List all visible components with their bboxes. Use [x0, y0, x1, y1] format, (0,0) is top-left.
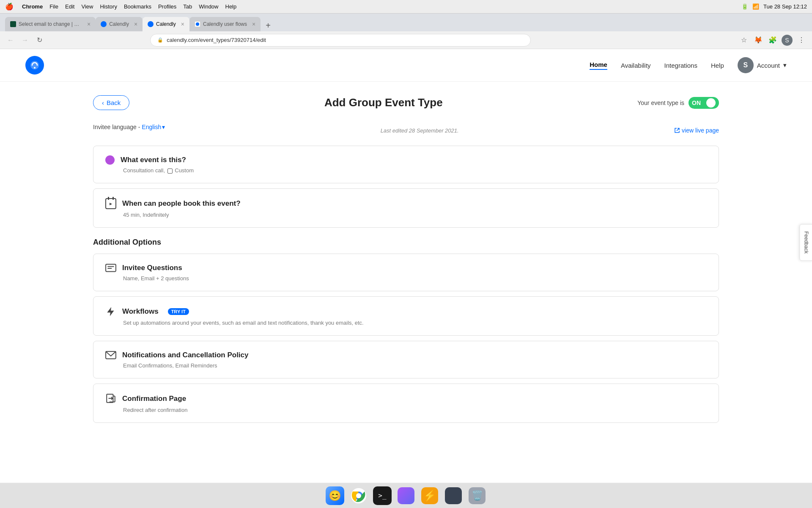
- tab-title-calendly1: Calendly: [109, 21, 129, 27]
- menu-help[interactable]: Help: [225, 3, 237, 10]
- tab-bar: Select email to change | Djang… × Calend…: [0, 14, 812, 31]
- tab-django[interactable]: Select email to change | Djang… ×: [5, 17, 96, 31]
- account-chevron-icon: ▾: [783, 61, 787, 69]
- tab-favicon-django: [10, 21, 16, 27]
- tab-user-flows[interactable]: Calendly user flows ×: [189, 17, 261, 31]
- logo[interactable]: [25, 56, 44, 75]
- section-what-event[interactable]: What event is this? Consultation call, C…: [93, 146, 719, 183]
- dock-app2[interactable]: [444, 486, 463, 505]
- event-type-icon: [105, 155, 115, 165]
- dock-app1[interactable]: [397, 486, 415, 505]
- nav-links: Home Availability Integrations Help S Ac…: [590, 57, 787, 73]
- menu-tab[interactable]: Tab: [183, 3, 192, 10]
- tab-close-calendly1[interactable]: ×: [134, 21, 137, 28]
- url-bar[interactable]: 🔒 calendly.com/event_types/73920714/edit: [150, 34, 531, 47]
- dock-lightning[interactable]: ⚡: [420, 486, 439, 505]
- tab-close-django[interactable]: ×: [87, 21, 91, 28]
- browser-chrome: Select email to change | Djang… × Calend…: [0, 14, 812, 49]
- svg-point-9: [356, 493, 361, 498]
- external-link-icon: [674, 127, 680, 133]
- lock-icon: 🔒: [157, 37, 163, 43]
- try-it-badge: TRY IT: [168, 308, 189, 315]
- menu-file[interactable]: File: [49, 3, 58, 10]
- section-subtitle-when-book: 45 min, Indefinitely: [123, 212, 707, 218]
- section-header-workflows: Workflows TRY IT: [105, 306, 707, 317]
- bookmark-icon[interactable]: ☆: [738, 35, 749, 46]
- section-when-book[interactable]: ▶ When can people book this event? 45 mi…: [93, 188, 719, 228]
- page-title: Add Group Event Type: [129, 96, 637, 109]
- section-invitee-questions[interactable]: Invitee Questions Name, Email + 2 questi…: [93, 254, 719, 291]
- tab-favicon-userflows: [195, 21, 200, 27]
- svg-rect-1: [106, 264, 116, 271]
- section-confirmation[interactable]: Confirmation Page Redirect after confirm…: [93, 384, 719, 423]
- additional-options-heading: Additional Options: [93, 238, 719, 247]
- back-chevron-icon: ‹: [102, 99, 104, 106]
- language-value: English: [142, 124, 161, 130]
- forward-nav-button[interactable]: →: [19, 35, 30, 46]
- apple-logo[interactable]: 🍎: [5, 3, 14, 11]
- back-nav-button[interactable]: ←: [5, 35, 16, 46]
- dock: 😊 >_ ⚡ 🗑️: [0, 483, 812, 508]
- menu-view[interactable]: View: [81, 3, 93, 10]
- tab-favicon-calendly2: [148, 21, 154, 27]
- menu-window[interactable]: Window: [199, 3, 218, 10]
- tab-favicon-calendly1: [101, 21, 107, 27]
- section-title-when-book: When can people book this event?: [122, 199, 241, 208]
- reload-button[interactable]: ↻: [34, 35, 45, 46]
- section-workflows[interactable]: Workflows TRY IT Set up automations arou…: [93, 296, 719, 336]
- view-live-link[interactable]: view live page: [674, 127, 719, 134]
- nav-availability[interactable]: Availability: [621, 62, 651, 69]
- nav-help[interactable]: Help: [711, 62, 724, 69]
- tab-close-calendly2[interactable]: ×: [181, 21, 184, 28]
- event-toggle-area: Your event type is ON: [637, 97, 719, 109]
- dock-terminal[interactable]: >_: [373, 486, 392, 505]
- section-subtitle-what-event: Consultation call, Custom: [123, 167, 707, 174]
- nav-home[interactable]: Home: [590, 61, 607, 70]
- section-subtitle-notifications: Email Confirmations, Email Reminders: [123, 362, 707, 369]
- menu-edit[interactable]: Edit: [65, 3, 74, 10]
- page-body: ‹ Back Add Group Event Type Your event t…: [0, 82, 812, 442]
- event-type-toggle[interactable]: ON: [689, 97, 719, 109]
- extension-icon-fox[interactable]: 🦊: [753, 35, 764, 46]
- account-avatar: S: [738, 57, 754, 73]
- url-text: calendly.com/event_types/73920714/edit: [167, 37, 524, 43]
- section-title-notifications: Notifications and Cancellation Policy: [122, 351, 249, 359]
- site-header: Home Availability Integrations Help S Ac…: [0, 49, 812, 82]
- tab-title-userflows: Calendly user flows: [203, 21, 247, 27]
- language-chevron-icon: ▾: [162, 124, 165, 130]
- dock-chrome[interactable]: [349, 486, 368, 505]
- dock-finder[interactable]: 😊: [326, 486, 344, 505]
- tab-calendly-1[interactable]: Calendly ×: [96, 17, 143, 31]
- invitee-language-row: Invitee language - English ▾: [93, 124, 165, 130]
- menu-bookmarks[interactable]: Bookmarks: [124, 3, 151, 10]
- section-notifications[interactable]: Notifications and Cancellation Policy Em…: [93, 341, 719, 378]
- menu-profiles[interactable]: Profiles: [158, 3, 176, 10]
- feedback-tab[interactable]: Feedback: [800, 224, 812, 261]
- back-button[interactable]: ‹ Back: [93, 95, 129, 110]
- tab-calendly-2[interactable]: Calendly ×: [143, 17, 189, 31]
- menu-icon[interactable]: ⋮: [796, 35, 807, 46]
- battery-icon: 🔋: [741, 3, 748, 10]
- checkbox-icon: [167, 168, 173, 174]
- menu-history[interactable]: History: [100, 3, 117, 10]
- profile-icon[interactable]: S: [782, 35, 793, 46]
- back-label: Back: [107, 99, 121, 106]
- menu-chrome[interactable]: Chrome: [22, 3, 43, 10]
- new-tab-button[interactable]: +: [262, 19, 274, 31]
- invitee-language-selector[interactable]: English ▾: [142, 124, 165, 130]
- section-header-when-book: ▶ When can people book this event?: [105, 198, 707, 209]
- section-title-invitee-q: Invitee Questions: [122, 264, 182, 272]
- wifi-icon: 📶: [752, 3, 759, 10]
- main-content: Home Availability Integrations Help S Ac…: [0, 49, 812, 483]
- nav-integrations[interactable]: Integrations: [664, 62, 697, 69]
- section-title-confirmation: Confirmation Page: [122, 395, 186, 403]
- tab-close-userflows[interactable]: ×: [252, 21, 255, 28]
- card-icon: [105, 263, 116, 273]
- account-button[interactable]: S Account ▾: [738, 57, 787, 73]
- extension-icon-puzzle[interactable]: 🧩: [767, 35, 778, 46]
- calendar-icon: ▶: [105, 198, 116, 209]
- toggle-circle: [706, 98, 716, 108]
- toggle-prefix: Your event type is: [637, 99, 684, 106]
- dock-trash[interactable]: 🗑️: [468, 486, 486, 505]
- lightning-icon: [105, 306, 116, 317]
